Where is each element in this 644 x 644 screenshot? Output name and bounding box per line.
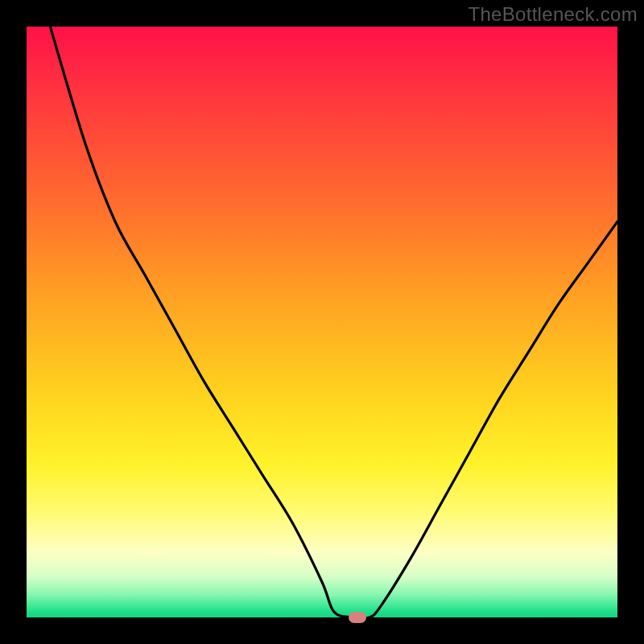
plot-area <box>27 27 617 617</box>
chart-frame: TheBottleneck.com <box>0 0 644 644</box>
bottleneck-curve <box>27 27 617 617</box>
optimal-marker <box>349 612 366 623</box>
watermark-text: TheBottleneck.com <box>468 3 638 26</box>
